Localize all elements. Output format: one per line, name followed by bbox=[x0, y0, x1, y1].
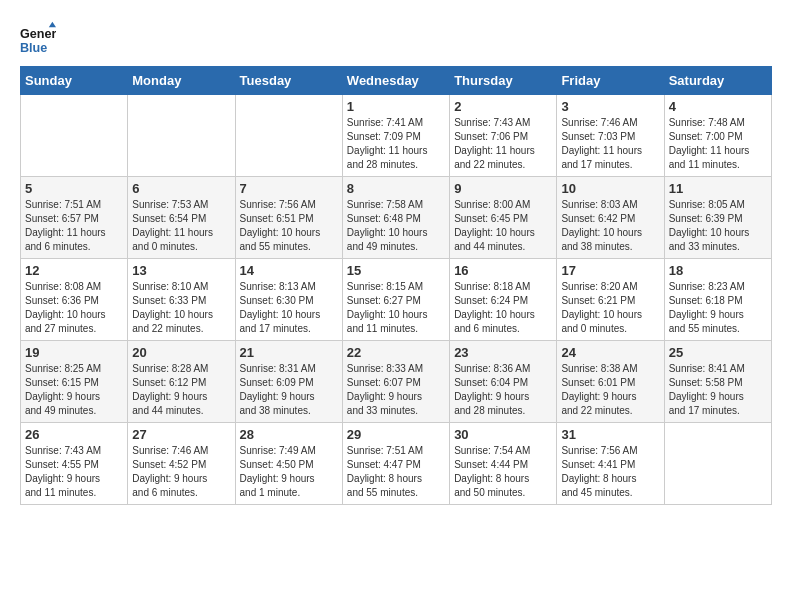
calendar-cell: 17Sunrise: 8:20 AM Sunset: 6:21 PM Dayli… bbox=[557, 259, 664, 341]
calendar-cell: 30Sunrise: 7:54 AM Sunset: 4:44 PM Dayli… bbox=[450, 423, 557, 505]
day-number: 10 bbox=[561, 181, 659, 196]
calendar-cell: 13Sunrise: 8:10 AM Sunset: 6:33 PM Dayli… bbox=[128, 259, 235, 341]
day-number: 11 bbox=[669, 181, 767, 196]
day-header-sunday: Sunday bbox=[21, 67, 128, 95]
calendar-cell: 5Sunrise: 7:51 AM Sunset: 6:57 PM Daylig… bbox=[21, 177, 128, 259]
day-header-thursday: Thursday bbox=[450, 67, 557, 95]
cell-content: Sunrise: 7:58 AM Sunset: 6:48 PM Dayligh… bbox=[347, 198, 445, 254]
cell-content: Sunrise: 7:51 AM Sunset: 4:47 PM Dayligh… bbox=[347, 444, 445, 500]
cell-content: Sunrise: 7:43 AM Sunset: 4:55 PM Dayligh… bbox=[25, 444, 123, 500]
calendar-cell: 29Sunrise: 7:51 AM Sunset: 4:47 PM Dayli… bbox=[342, 423, 449, 505]
calendar-cell: 20Sunrise: 8:28 AM Sunset: 6:12 PM Dayli… bbox=[128, 341, 235, 423]
calendar-cell: 9Sunrise: 8:00 AM Sunset: 6:45 PM Daylig… bbox=[450, 177, 557, 259]
calendar-cell: 2Sunrise: 7:43 AM Sunset: 7:06 PM Daylig… bbox=[450, 95, 557, 177]
day-number: 28 bbox=[240, 427, 338, 442]
calendar-cell: 23Sunrise: 8:36 AM Sunset: 6:04 PM Dayli… bbox=[450, 341, 557, 423]
day-number: 23 bbox=[454, 345, 552, 360]
day-header-tuesday: Tuesday bbox=[235, 67, 342, 95]
calendar-cell: 8Sunrise: 7:58 AM Sunset: 6:48 PM Daylig… bbox=[342, 177, 449, 259]
calendar-cell: 18Sunrise: 8:23 AM Sunset: 6:18 PM Dayli… bbox=[664, 259, 771, 341]
svg-text:General: General bbox=[20, 27, 56, 41]
calendar-cell: 25Sunrise: 8:41 AM Sunset: 5:58 PM Dayli… bbox=[664, 341, 771, 423]
calendar-cell: 15Sunrise: 8:15 AM Sunset: 6:27 PM Dayli… bbox=[342, 259, 449, 341]
day-number: 27 bbox=[132, 427, 230, 442]
cell-content: Sunrise: 8:25 AM Sunset: 6:15 PM Dayligh… bbox=[25, 362, 123, 418]
cell-content: Sunrise: 8:31 AM Sunset: 6:09 PM Dayligh… bbox=[240, 362, 338, 418]
day-number: 2 bbox=[454, 99, 552, 114]
cell-content: Sunrise: 8:15 AM Sunset: 6:27 PM Dayligh… bbox=[347, 280, 445, 336]
week-row-2: 5Sunrise: 7:51 AM Sunset: 6:57 PM Daylig… bbox=[21, 177, 772, 259]
svg-text:Blue: Blue bbox=[20, 41, 47, 55]
calendar-cell: 19Sunrise: 8:25 AM Sunset: 6:15 PM Dayli… bbox=[21, 341, 128, 423]
day-number: 24 bbox=[561, 345, 659, 360]
calendar-cell bbox=[128, 95, 235, 177]
cell-content: Sunrise: 8:20 AM Sunset: 6:21 PM Dayligh… bbox=[561, 280, 659, 336]
calendar-cell bbox=[664, 423, 771, 505]
cell-content: Sunrise: 8:03 AM Sunset: 6:42 PM Dayligh… bbox=[561, 198, 659, 254]
calendar-cell: 21Sunrise: 8:31 AM Sunset: 6:09 PM Dayli… bbox=[235, 341, 342, 423]
day-number: 6 bbox=[132, 181, 230, 196]
calendar-cell bbox=[21, 95, 128, 177]
day-number: 1 bbox=[347, 99, 445, 114]
week-row-4: 19Sunrise: 8:25 AM Sunset: 6:15 PM Dayli… bbox=[21, 341, 772, 423]
day-number: 19 bbox=[25, 345, 123, 360]
calendar-cell: 10Sunrise: 8:03 AM Sunset: 6:42 PM Dayli… bbox=[557, 177, 664, 259]
week-row-3: 12Sunrise: 8:08 AM Sunset: 6:36 PM Dayli… bbox=[21, 259, 772, 341]
cell-content: Sunrise: 7:46 AM Sunset: 7:03 PM Dayligh… bbox=[561, 116, 659, 172]
day-number: 31 bbox=[561, 427, 659, 442]
cell-content: Sunrise: 8:33 AM Sunset: 6:07 PM Dayligh… bbox=[347, 362, 445, 418]
week-row-1: 1Sunrise: 7:41 AM Sunset: 7:09 PM Daylig… bbox=[21, 95, 772, 177]
calendar-cell: 22Sunrise: 8:33 AM Sunset: 6:07 PM Dayli… bbox=[342, 341, 449, 423]
cell-content: Sunrise: 7:46 AM Sunset: 4:52 PM Dayligh… bbox=[132, 444, 230, 500]
cell-content: Sunrise: 8:13 AM Sunset: 6:30 PM Dayligh… bbox=[240, 280, 338, 336]
cell-content: Sunrise: 8:00 AM Sunset: 6:45 PM Dayligh… bbox=[454, 198, 552, 254]
day-header-friday: Friday bbox=[557, 67, 664, 95]
calendar-cell: 1Sunrise: 7:41 AM Sunset: 7:09 PM Daylig… bbox=[342, 95, 449, 177]
day-number: 18 bbox=[669, 263, 767, 278]
cell-content: Sunrise: 7:43 AM Sunset: 7:06 PM Dayligh… bbox=[454, 116, 552, 172]
cell-content: Sunrise: 8:36 AM Sunset: 6:04 PM Dayligh… bbox=[454, 362, 552, 418]
cell-content: Sunrise: 7:54 AM Sunset: 4:44 PM Dayligh… bbox=[454, 444, 552, 500]
calendar-cell bbox=[235, 95, 342, 177]
cell-content: Sunrise: 7:49 AM Sunset: 4:50 PM Dayligh… bbox=[240, 444, 338, 500]
cell-content: Sunrise: 8:28 AM Sunset: 6:12 PM Dayligh… bbox=[132, 362, 230, 418]
cell-content: Sunrise: 8:05 AM Sunset: 6:39 PM Dayligh… bbox=[669, 198, 767, 254]
calendar: SundayMondayTuesdayWednesdayThursdayFrid… bbox=[20, 66, 772, 505]
logo: General Blue bbox=[20, 20, 60, 56]
cell-content: Sunrise: 7:56 AM Sunset: 4:41 PM Dayligh… bbox=[561, 444, 659, 500]
cell-content: Sunrise: 7:53 AM Sunset: 6:54 PM Dayligh… bbox=[132, 198, 230, 254]
calendar-cell: 14Sunrise: 8:13 AM Sunset: 6:30 PM Dayli… bbox=[235, 259, 342, 341]
cell-content: Sunrise: 8:08 AM Sunset: 6:36 PM Dayligh… bbox=[25, 280, 123, 336]
page-header: General Blue bbox=[20, 20, 772, 56]
day-number: 13 bbox=[132, 263, 230, 278]
calendar-cell: 24Sunrise: 8:38 AM Sunset: 6:01 PM Dayli… bbox=[557, 341, 664, 423]
day-number: 30 bbox=[454, 427, 552, 442]
calendar-cell: 11Sunrise: 8:05 AM Sunset: 6:39 PM Dayli… bbox=[664, 177, 771, 259]
day-header-wednesday: Wednesday bbox=[342, 67, 449, 95]
day-number: 26 bbox=[25, 427, 123, 442]
cell-content: Sunrise: 8:23 AM Sunset: 6:18 PM Dayligh… bbox=[669, 280, 767, 336]
day-number: 12 bbox=[25, 263, 123, 278]
day-number: 9 bbox=[454, 181, 552, 196]
day-number: 5 bbox=[25, 181, 123, 196]
cell-content: Sunrise: 8:41 AM Sunset: 5:58 PM Dayligh… bbox=[669, 362, 767, 418]
day-number: 14 bbox=[240, 263, 338, 278]
cell-content: Sunrise: 8:18 AM Sunset: 6:24 PM Dayligh… bbox=[454, 280, 552, 336]
day-number: 20 bbox=[132, 345, 230, 360]
day-number: 4 bbox=[669, 99, 767, 114]
calendar-cell: 26Sunrise: 7:43 AM Sunset: 4:55 PM Dayli… bbox=[21, 423, 128, 505]
day-header-monday: Monday bbox=[128, 67, 235, 95]
day-number: 29 bbox=[347, 427, 445, 442]
calendar-cell: 3Sunrise: 7:46 AM Sunset: 7:03 PM Daylig… bbox=[557, 95, 664, 177]
day-number: 22 bbox=[347, 345, 445, 360]
logo-icon: General Blue bbox=[20, 20, 56, 56]
day-number: 16 bbox=[454, 263, 552, 278]
calendar-cell: 16Sunrise: 8:18 AM Sunset: 6:24 PM Dayli… bbox=[450, 259, 557, 341]
day-number: 7 bbox=[240, 181, 338, 196]
calendar-cell: 7Sunrise: 7:56 AM Sunset: 6:51 PM Daylig… bbox=[235, 177, 342, 259]
calendar-cell: 27Sunrise: 7:46 AM Sunset: 4:52 PM Dayli… bbox=[128, 423, 235, 505]
cell-content: Sunrise: 7:41 AM Sunset: 7:09 PM Dayligh… bbox=[347, 116, 445, 172]
calendar-cell: 12Sunrise: 8:08 AM Sunset: 6:36 PM Dayli… bbox=[21, 259, 128, 341]
day-number: 15 bbox=[347, 263, 445, 278]
day-number: 21 bbox=[240, 345, 338, 360]
